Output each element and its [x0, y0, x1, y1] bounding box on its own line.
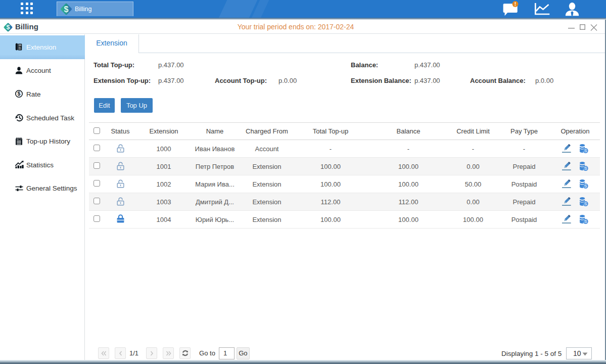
svg-text:S: S: [584, 148, 587, 153]
svg-text:S: S: [584, 201, 587, 206]
svg-text:!: !: [515, 1, 517, 7]
svg-text:$: $: [18, 91, 21, 97]
svg-text:S: S: [584, 219, 587, 224]
svg-text:S: S: [584, 166, 587, 171]
svg-text:S: S: [584, 184, 587, 189]
